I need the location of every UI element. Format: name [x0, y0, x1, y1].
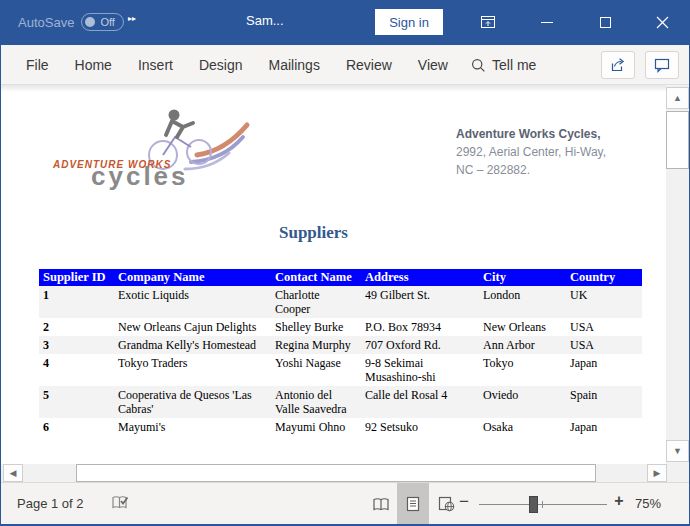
table-cell[interactable]: Mayumi Ohno — [271, 418, 361, 436]
table-cell[interactable]: Tokyo Traders — [114, 354, 271, 386]
table-cell[interactable]: 3 — [39, 336, 114, 354]
share-button[interactable] — [601, 51, 635, 79]
tab-home[interactable]: Home — [62, 57, 125, 73]
address-line-3: NC – 282882. — [456, 161, 606, 179]
tab-review[interactable]: Review — [333, 57, 405, 73]
table-cell[interactable]: 49 Gilbert St. — [361, 286, 479, 318]
zoom-slider-thumb[interactable] — [529, 496, 538, 513]
tab-design[interactable]: Design — [186, 57, 256, 73]
table-cell[interactable]: New Orleans Cajun Delights — [114, 318, 271, 336]
suppliers-table[interactable]: Supplier IDCompany NameContact NameAddre… — [39, 269, 642, 436]
print-layout-button[interactable] — [397, 483, 429, 525]
zoom-slider-center-tick — [542, 501, 543, 508]
vertical-scrollbar[interactable]: ▲ ▼ — [666, 85, 689, 464]
zoom-slider-track[interactable] — [479, 504, 607, 505]
autosave-state: Off — [100, 16, 114, 28]
table-cell[interactable]: Antonio del Valle Saavedra — [271, 386, 361, 418]
horizontal-scrollbar[interactable]: ◀ ▶ — [1, 464, 689, 482]
table-cell[interactable]: 707 Oxford Rd. — [361, 336, 479, 354]
table-row: 2New Orleans Cajun DelightsShelley Burke… — [39, 318, 642, 336]
search-icon — [471, 58, 486, 73]
titlebar: AutoSave Off ▸▸ Sam... Sign in — [0, 0, 690, 45]
table-cell[interactable]: Cooperativa de Quesos 'Las Cabras' — [114, 386, 271, 418]
table-cell[interactable]: P.O. Box 78934 — [361, 318, 479, 336]
share-icon — [610, 57, 627, 73]
table-cell[interactable]: Yoshi Nagase — [271, 354, 361, 386]
page-indicator[interactable]: Page 1 of 2 — [17, 496, 84, 511]
column-header[interactable]: Contact Name — [271, 269, 361, 286]
logo-brand-bottom-text: cycles — [91, 163, 189, 189]
tab-view[interactable]: View — [405, 57, 461, 73]
ribbon-tabs: FileHomeInsertDesignMailingsReviewView — [13, 45, 461, 85]
table-cell[interactable]: London — [479, 286, 566, 318]
read-mode-icon — [372, 497, 390, 512]
sign-in-button[interactable]: Sign in — [375, 9, 443, 35]
table-cell[interactable]: 1 — [39, 286, 114, 318]
autosave-label: AutoSave — [18, 15, 74, 30]
column-header[interactable]: Country — [566, 269, 642, 286]
scroll-up-button[interactable]: ▲ — [666, 87, 689, 109]
adventure-works-logo[interactable]: ADVENTURE WORKS cycles — [47, 107, 257, 197]
tell-me-search[interactable]: Tell me — [471, 45, 536, 85]
table-cell[interactable]: 6 — [39, 418, 114, 436]
document-heading[interactable]: Suppliers — [1, 223, 626, 243]
autosave-toggle[interactable]: AutoSave Off — [18, 13, 124, 31]
company-address-block[interactable]: Adventure Works Cycles, 2992, Aerial Cen… — [456, 125, 606, 179]
table-cell[interactable]: Calle del Rosal 4 — [361, 386, 479, 418]
autosave-pill[interactable]: Off — [81, 13, 123, 31]
table-cell[interactable]: 92 Setsuko — [361, 418, 479, 436]
table-cell[interactable]: Japan — [566, 354, 642, 386]
table-cell[interactable]: Spain — [566, 386, 642, 418]
table-cell[interactable]: New Orleans — [479, 318, 566, 336]
table-cell[interactable]: Shelley Burke — [271, 318, 361, 336]
scroll-left-button[interactable]: ◀ — [3, 464, 23, 482]
column-header[interactable]: Address — [361, 269, 479, 286]
table-header-row: Supplier IDCompany NameContact NameAddre… — [39, 269, 642, 286]
table-cell[interactable]: Oviedo — [479, 386, 566, 418]
close-button[interactable] — [642, 0, 682, 44]
column-header[interactable]: Company Name — [114, 269, 271, 286]
tab-insert[interactable]: Insert — [125, 57, 186, 73]
scroll-down-button[interactable]: ▼ — [666, 440, 689, 462]
column-header[interactable]: City — [479, 269, 566, 286]
table-cell[interactable]: 2 — [39, 318, 114, 336]
document-title: Sam... — [246, 13, 284, 28]
table-cell[interactable]: UK — [566, 286, 642, 318]
zoom-level-label[interactable]: 75% — [635, 496, 661, 511]
quick-access-overflow-icon[interactable]: ▸▸ — [128, 14, 136, 23]
table-cell[interactable]: 5 — [39, 386, 114, 418]
table-cell[interactable]: USA — [566, 336, 642, 354]
table-cell[interactable]: Mayumi's — [114, 418, 271, 436]
minimize-button[interactable] — [527, 0, 567, 44]
table-cell[interactable]: Charlotte Cooper — [271, 286, 361, 318]
comments-button[interactable] — [645, 51, 679, 79]
table-cell[interactable]: Ann Arbor — [479, 336, 566, 354]
table-cell[interactable]: 4 — [39, 354, 114, 386]
document-canvas[interactable]: ADVENTURE WORKS cycles Adventure Works C… — [1, 85, 689, 464]
zoom-in-button[interactable]: + — [611, 492, 627, 510]
horizontal-scrollbar-thumb[interactable] — [76, 464, 596, 482]
proofing-status-button[interactable] — [111, 494, 130, 516]
column-header[interactable]: Supplier ID — [39, 269, 114, 286]
maximize-button[interactable] — [585, 0, 625, 44]
vertical-scrollbar-thumb[interactable] — [666, 111, 689, 169]
table-cell[interactable]: Japan — [566, 418, 642, 436]
table-cell[interactable]: USA — [566, 318, 642, 336]
tab-mailings[interactable]: Mailings — [256, 57, 333, 73]
read-mode-button[interactable] — [366, 483, 396, 525]
table-cell[interactable]: Osaka — [479, 418, 566, 436]
table-cell[interactable]: Regina Murphy — [271, 336, 361, 354]
ribbon-tab-bar: FileHomeInsertDesignMailingsReviewView T… — [1, 45, 689, 85]
table-cell[interactable]: Tokyo — [479, 354, 566, 386]
ribbon-display-options-button[interactable] — [468, 0, 508, 44]
suppliers-table-body: 1Exotic LiquidsCharlotte Cooper49 Gilber… — [39, 286, 642, 436]
zoom-out-button[interactable]: − — [456, 492, 472, 512]
ribbon-right-buttons — [601, 51, 679, 79]
table-cell[interactable]: 9-8 Sekimai Musashino-shi — [361, 354, 479, 386]
tab-file[interactable]: File — [13, 57, 62, 73]
table-cell[interactable]: Grandma Kelly's Homestead — [114, 336, 271, 354]
table-cell[interactable]: Exotic Liquids — [114, 286, 271, 318]
scroll-right-button[interactable]: ▶ — [647, 464, 667, 482]
autosave-knob-icon — [85, 17, 95, 27]
address-line-2: 2992, Aerial Center, Hi-Way, — [456, 143, 606, 161]
